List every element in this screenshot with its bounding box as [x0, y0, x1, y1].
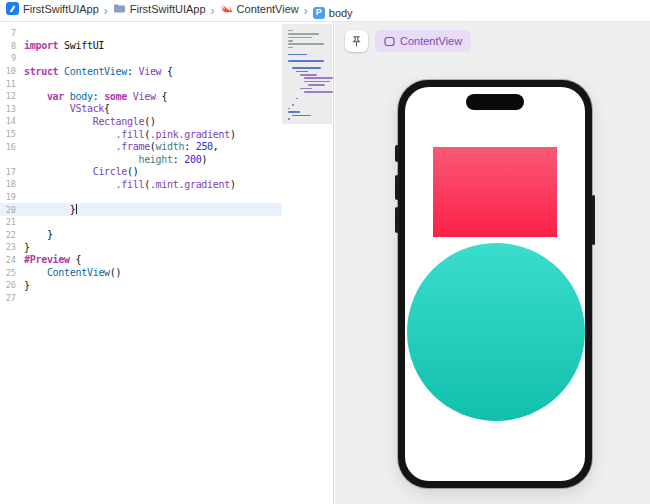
volume-down-button — [395, 207, 399, 233]
line-number[interactable]: 10 — [0, 66, 24, 76]
iphone-frame — [398, 80, 592, 488]
minimap-code-lines — [288, 29, 333, 124]
line-number[interactable]: 18 — [0, 179, 24, 189]
line-number[interactable]: 12 — [0, 91, 24, 101]
line-number[interactable]: 16 — [0, 142, 24, 152]
code-text: VStack{ — [24, 103, 110, 114]
xcode-window: FirstSwiftUIApp›FirstSwiftUIApp›ContentV… — [0, 0, 650, 504]
breadcrumb-label: FirstSwiftUIApp — [23, 3, 99, 15]
line-number[interactable]: 20 — [0, 205, 24, 215]
device-icon — [384, 36, 395, 47]
preview-canvas: ContentView — [335, 22, 650, 504]
pin-preview-button[interactable] — [345, 30, 368, 52]
line-number[interactable]: 24 — [0, 255, 24, 265]
code-text: .fill(.pink.gradient) — [24, 129, 236, 140]
line-number[interactable]: 22 — [0, 230, 24, 240]
code-text: #Preview { — [24, 254, 81, 265]
line-number[interactable]: 23 — [0, 242, 24, 252]
property-icon: P — [313, 7, 325, 19]
mint-circle — [407, 243, 585, 421]
line-number[interactable]: 25 — [0, 268, 24, 278]
code-text: Circle() — [24, 166, 138, 177]
preview-target-chip[interactable]: ContentView — [375, 30, 471, 52]
jump-bar: FirstSwiftUIApp›FirstSwiftUIApp›ContentV… — [0, 0, 650, 22]
folder-icon — [113, 2, 126, 15]
line-number[interactable]: 27 — [0, 293, 24, 303]
dynamic-island — [466, 94, 524, 110]
breadcrumb: FirstSwiftUIApp›FirstSwiftUIApp›ContentV… — [6, 2, 353, 19]
line-number[interactable]: 8 — [0, 41, 24, 51]
line-number[interactable]: 9 — [0, 53, 24, 63]
breadcrumb-label: body — [329, 7, 353, 19]
breadcrumb-item-body[interactable]: Pbody — [313, 7, 353, 19]
code-text: height: 200) — [24, 154, 207, 165]
code-text: Rectangle() — [24, 116, 156, 127]
preview-target-label: ContentView — [400, 35, 462, 47]
swift-file-icon — [220, 2, 233, 15]
breadcrumb-item-contentview[interactable]: ContentView — [220, 2, 299, 15]
line-number[interactable]: 21 — [0, 217, 24, 227]
breadcrumb-separator: › — [104, 4, 108, 18]
breadcrumb-separator: › — [211, 4, 215, 18]
code-editor[interactable]: 78import SwiftUI910struct ContentView: V… — [0, 22, 334, 504]
iphone-screen — [405, 87, 585, 481]
line-number[interactable]: 17 — [0, 167, 24, 177]
line-number[interactable]: 7 — [0, 28, 24, 38]
line-number[interactable]: 19 — [0, 192, 24, 202]
code-text: } — [24, 242, 30, 253]
breadcrumb-separator: › — [304, 4, 308, 18]
code-text: } — [24, 280, 30, 291]
breadcrumb-item-firstswiftuiapp[interactable]: FirstSwiftUIApp — [113, 2, 206, 15]
breadcrumb-item-firstswiftuiapp[interactable]: FirstSwiftUIApp — [6, 2, 99, 15]
code-text: struct ContentView: View { — [24, 66, 173, 77]
breadcrumb-label: FirstSwiftUIApp — [130, 3, 206, 15]
pink-rectangle — [433, 147, 557, 237]
action-button — [395, 145, 399, 162]
line-number[interactable]: 11 — [0, 79, 24, 89]
code-text: } — [24, 229, 53, 240]
code-text: .frame(width: 250, — [24, 141, 219, 152]
app-project-icon — [6, 2, 19, 15]
line-number[interactable]: 26 — [0, 280, 24, 290]
text-cursor — [76, 204, 77, 214]
code-text: import SwiftUI — [24, 40, 104, 51]
code-text: ContentView() — [24, 267, 121, 278]
line-number[interactable]: 14 — [0, 116, 24, 126]
side-button — [592, 195, 596, 245]
breadcrumb-label: ContentView — [237, 3, 299, 15]
code-text: var body: some View { — [24, 91, 167, 102]
code-text: .fill(.mint.gradient) — [24, 179, 236, 190]
volume-up-button — [395, 175, 399, 200]
line-number[interactable]: 15 — [0, 129, 24, 139]
line-number[interactable]: 13 — [0, 104, 24, 114]
minimap[interactable] — [282, 22, 332, 504]
pin-icon — [350, 35, 363, 48]
code-line[interactable]: 20 } — [0, 203, 283, 216]
code-text: } — [24, 204, 77, 215]
